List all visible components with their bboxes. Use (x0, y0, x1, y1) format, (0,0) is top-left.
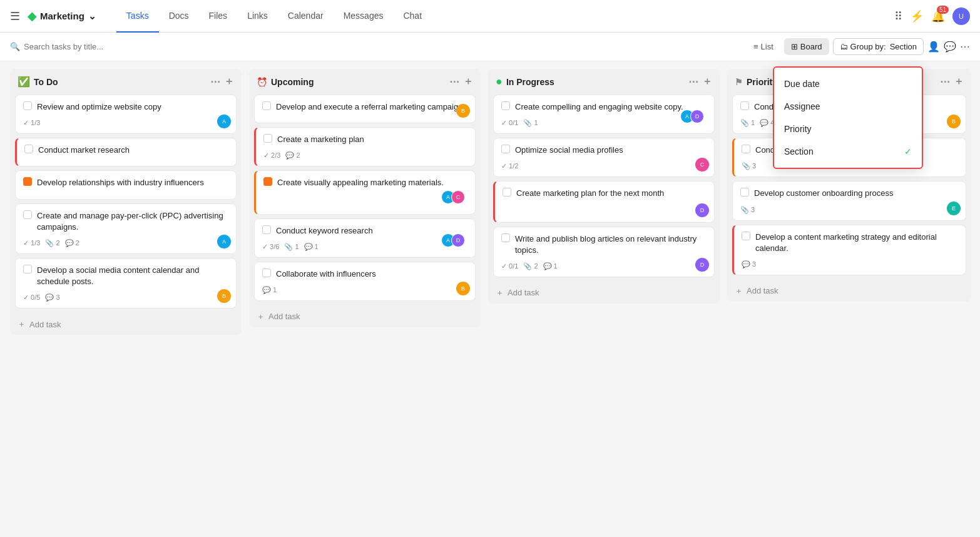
card-avatars: A D (450, 238, 470, 252)
nav-tabs: Tasks Docs Files Links Calendar Messages… (116, 0, 894, 33)
card-checkbox[interactable] (24, 145, 33, 153)
card-social-calendar[interactable]: Develop a social media content calendar … (15, 258, 237, 309)
app-logo: ◆ Marketing ⌄ (28, 9, 96, 23)
card-influencers[interactable]: Develop relationships with industry infl… (15, 170, 237, 199)
tab-links[interactable]: Links (237, 0, 278, 33)
comment-count: 💬 2 (285, 151, 300, 160)
notification-count: 51 (937, 6, 949, 14)
card-checkbox-orange[interactable] (23, 177, 32, 186)
card-market-research[interactable]: Conduct market research (15, 138, 237, 166)
people-icon[interactable]: 👤 (927, 41, 940, 53)
card-website-copy[interactable]: Create compelling and engaging website c… (493, 95, 715, 134)
todo-icon: ✅ (18, 76, 30, 88)
search-input[interactable] (24, 42, 149, 51)
apps-icon[interactable]: ⠿ (894, 9, 902, 23)
priority-add-icon[interactable]: ＋ (954, 75, 964, 88)
group-value: Section (890, 42, 917, 51)
card-title: Write and publish blog articles on relev… (515, 233, 707, 256)
inprogress-more-icon[interactable]: ⋯ (688, 76, 698, 88)
upcoming-add-task[interactable]: ＋ Add task (249, 306, 481, 327)
notifications[interactable]: 🔔 51 (931, 9, 945, 23)
upcoming-add-icon[interactable]: ＋ (463, 75, 473, 88)
todo-add-task[interactable]: ＋ Add task (10, 314, 242, 335)
todo-add-icon[interactable]: ＋ (224, 75, 234, 88)
app-dropdown-arrow[interactable]: ⌄ (88, 11, 96, 22)
add-icon: ＋ (18, 319, 26, 330)
card-marketing-plan-next-month[interactable]: Create marketing plan for the next month… (493, 181, 715, 222)
card-ppc[interactable]: Create and manage pay-per-click (PPC) ad… (15, 203, 237, 254)
card-checkbox[interactable] (23, 101, 32, 110)
card-checkbox[interactable] (742, 232, 750, 240)
more-icon[interactable]: ⋯ (960, 41, 970, 53)
card-checkbox[interactable] (262, 225, 271, 234)
tab-messages[interactable]: Messages (334, 0, 394, 33)
section-label: Section (784, 146, 814, 156)
card-avatar: C (695, 158, 709, 171)
card-avatars: A C (450, 195, 470, 209)
card-checkbox[interactable] (501, 145, 510, 153)
priority-add-task[interactable]: ＋ Add task (727, 280, 971, 302)
dropdown-section[interactable]: Section ✓ (774, 140, 922, 163)
tab-docs[interactable]: Docs (159, 0, 199, 33)
group-by-button[interactable]: 🗂 Group by: Section Due date Assignee Pr… (833, 38, 924, 55)
card-checkbox[interactable] (23, 265, 32, 274)
card-title: Create a marketing plan (277, 134, 364, 145)
card-checkbox[interactable] (262, 101, 271, 110)
hamburger-icon[interactable]: ☰ (10, 9, 20, 23)
card-blog-articles[interactable]: Write and publish blog articles on relev… (493, 227, 715, 277)
priority-more-icon[interactable]: ⋯ (940, 76, 950, 88)
card-checkbox[interactable] (23, 210, 32, 219)
column-inprogress: ● In Progress ⋯ ＋ Create compelling and … (488, 69, 720, 304)
inprogress-add-icon[interactable]: ＋ (702, 75, 712, 88)
lightning-icon[interactable]: ⚡ (910, 9, 924, 23)
comment-count: 💬 3 (742, 260, 756, 268)
avatar-2: D (451, 233, 465, 247)
card-avatar: B (217, 289, 231, 303)
dropdown-due-date[interactable]: Due date (774, 73, 922, 95)
card-title: Conduct market research (38, 145, 130, 156)
card-checkbox-orange[interactable] (263, 177, 272, 186)
dropdown-assignee[interactable]: Assignee (774, 95, 922, 118)
card-checkbox[interactable] (262, 268, 271, 277)
attachment-count: 📎 2 (45, 239, 59, 247)
tab-calendar[interactable]: Calendar (278, 0, 334, 33)
list-label: List (761, 42, 773, 51)
card-meta: ✓ 0/1 📎 2 💬 1 (501, 262, 707, 270)
dropdown-priority[interactable]: Priority (774, 118, 922, 140)
card-marketing-plan[interactable]: Create a marketing plan ✓ 2/3 💬 2 (254, 127, 476, 166)
card-visually-appealing[interactable]: Create visually appealing marketing mate… (254, 170, 476, 214)
upcoming-actions: ⋯ ＋ (449, 75, 473, 88)
inprogress-add-task[interactable]: ＋ Add task (488, 282, 720, 304)
card-collaborate-influencers[interactable]: Collaborate with influencers 💬 1 B (254, 262, 476, 301)
board-view-button[interactable]: ⊞ Board (784, 38, 829, 55)
group-label: Group by: (850, 42, 886, 51)
card-social-profiles[interactable]: Optimize social media profiles ✓ 1/2 C (493, 138, 715, 177)
todo-more-icon[interactable]: ⋯ (210, 76, 220, 88)
subtask-count: ✓ 2/3 (263, 151, 280, 160)
card-avatars: A D (689, 115, 709, 128)
tab-tasks[interactable]: Tasks (116, 0, 159, 33)
user-avatar[interactable]: U (952, 8, 970, 25)
card-checkbox[interactable] (742, 145, 750, 153)
card-meta: ✓ 1/2 (501, 162, 707, 170)
tab-files[interactable]: Files (199, 0, 238, 33)
comment-icon[interactable]: 💬 (944, 41, 956, 53)
avatar-2: D (690, 110, 704, 123)
card-checkbox[interactable] (740, 101, 749, 110)
card-referral[interactable]: Develop and execute a referral marketing… (254, 95, 476, 123)
card-meta: ✓ 0/1 📎 1 (501, 119, 707, 127)
card-onboarding[interactable]: Develop customer onboarding process 📎 3 … (732, 181, 966, 220)
card-review-website[interactable]: Review and optimize website copy ✓ 1/3 A (15, 95, 237, 134)
subtask-count: ✓ 0/5 (23, 294, 40, 302)
list-view-button[interactable]: ≡ List (747, 38, 780, 55)
upcoming-more-icon[interactable]: ⋯ (449, 76, 459, 88)
card-content-strategy[interactable]: Develop a content marketing strategy and… (732, 225, 966, 275)
card-checkbox[interactable] (501, 233, 510, 242)
tab-chat[interactable]: Chat (393, 0, 432, 33)
card-keyword-research[interactable]: Conduct keyword research ✓ 3/6 📎 1 💬 1 A… (254, 218, 476, 258)
card-checkbox[interactable] (503, 188, 511, 197)
card-checkbox[interactable] (263, 134, 272, 143)
upcoming-icon: ⏰ (257, 77, 267, 87)
card-checkbox[interactable] (740, 188, 749, 197)
card-checkbox[interactable] (501, 101, 510, 110)
